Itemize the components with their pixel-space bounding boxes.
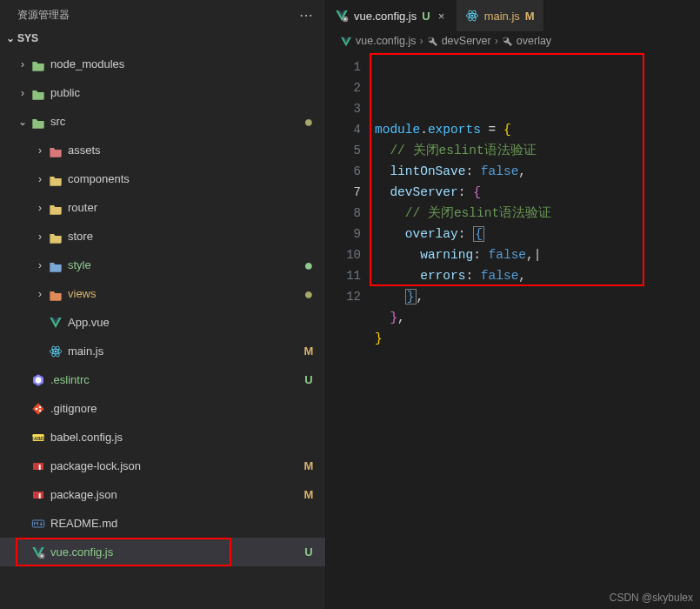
svg-rect-13 <box>33 492 43 499</box>
line-number: 10 <box>326 244 361 265</box>
tree-item--eslintrc[interactable]: ›.eslintrcU <box>0 365 325 394</box>
wrench-icon <box>502 35 513 47</box>
workspace-header[interactable]: ⌄ SYS <box>0 29 325 48</box>
wrench-icon <box>427 35 438 47</box>
svg-text:BABEL: BABEL <box>31 436 45 441</box>
chevron-right-icon: › <box>33 144 47 157</box>
chevron-right-icon: › <box>33 259 47 271</box>
svg-point-0 <box>55 351 57 353</box>
close-icon[interactable]: × <box>436 10 448 23</box>
line-number: 5 <box>326 140 361 161</box>
tab-label: main.js <box>484 10 520 23</box>
folder-module-icon <box>30 57 47 70</box>
code-line: devServer: { <box>375 182 691 203</box>
vue-icon <box>47 315 64 330</box>
workspace-name: SYS <box>17 32 38 44</box>
tree-item-store[interactable]: ›store <box>0 222 325 251</box>
line-number: 8 <box>326 203 361 224</box>
tree-item-label: App.vue <box>64 316 317 329</box>
git-status-badge: M <box>525 10 535 23</box>
chevron-right-icon: › <box>16 87 30 99</box>
tree-item-label: src <box>47 115 301 128</box>
breadcrumb[interactable]: vue.config.js › devServer › overlay <box>326 31 700 51</box>
tree-item-label: style <box>64 258 301 271</box>
tree-item-label: .eslintrc <box>47 373 301 386</box>
tree-item-label: .gitignore <box>47 402 317 415</box>
code-line: } <box>375 328 691 349</box>
svg-point-19 <box>344 18 347 21</box>
folder-icon <box>47 171 64 185</box>
tab-vue-config-js[interactable]: vue.config.jsU× <box>326 0 457 31</box>
code-line: // 关闭eslint语法验证 <box>375 203 691 224</box>
git-status-badge: M <box>301 345 317 358</box>
tree-item-main-js[interactable]: ›main.jsM <box>0 337 325 365</box>
tree-item-package-json[interactable]: ›package.jsonM <box>0 480 325 509</box>
tree-item-label: views <box>64 287 301 300</box>
git-status-badge: U <box>301 373 317 386</box>
code-line: module.exports = { <box>375 119 691 140</box>
git-status-badge: M <box>301 459 317 472</box>
folder-style-icon <box>47 258 64 271</box>
tree-item-assets[interactable]: ›assets <box>0 136 325 164</box>
code-line: }, <box>375 286 691 307</box>
tree-item-label: main.js <box>64 345 301 358</box>
tree-item-label: router <box>64 201 317 214</box>
tree-item-components[interactable]: ›components <box>0 164 325 193</box>
tree-item-label: README.md <box>47 517 317 530</box>
tree-item-router[interactable]: ›router <box>0 193 325 222</box>
npm-icon <box>30 487 47 502</box>
breadcrumb-part: devServer <box>442 35 491 47</box>
chevron-right-icon: › <box>33 288 47 300</box>
line-number: 9 <box>326 224 361 244</box>
tree-item-package-lock-json[interactable]: ›package-lock.jsonM <box>0 452 325 480</box>
chevron-right-icon: › <box>495 35 498 47</box>
tree-item-babel-config-js[interactable]: ›BABELbabel.config.js <box>0 423 325 452</box>
svg-rect-12 <box>39 465 41 470</box>
chevron-down-icon: ⌄ <box>16 116 30 128</box>
line-number: 1 <box>326 57 361 77</box>
tree-item-vue-config-js[interactable]: ›vue.config.jsU <box>0 538 325 566</box>
vueconf-icon <box>335 9 349 23</box>
svg-rect-11 <box>33 463 43 470</box>
svg-point-7 <box>39 406 42 409</box>
tree-item-public[interactable]: ›public <box>0 78 325 107</box>
folder-views-icon <box>47 286 64 300</box>
tree-item-label: vue.config.js <box>47 545 301 559</box>
code-line: // 关闭eslint语法验证 <box>375 140 691 161</box>
tree-item-label: assets <box>64 144 317 157</box>
chevron-right-icon: › <box>33 202 47 214</box>
tree-item-node-modules[interactable]: ›node_modules <box>0 50 325 78</box>
folder-icon <box>30 114 47 128</box>
tree-item-views[interactable]: ›views● <box>0 279 325 308</box>
code-content[interactable]: module.exports = { // 关闭eslint语法验证 lintO… <box>370 51 700 609</box>
line-number: 2 <box>326 77 361 98</box>
folder-public-icon <box>30 85 47 99</box>
svg-point-17 <box>41 555 43 558</box>
tree-item--gitignore[interactable]: ›.gitignore <box>0 394 325 423</box>
tab-main-js[interactable]: main.jsM <box>457 0 543 31</box>
tree-item-style[interactable]: ›style● <box>0 251 325 279</box>
code-line: errors: false, <box>375 265 691 286</box>
more-icon[interactable]: ⋯ <box>299 7 313 23</box>
breadcrumb-file: vue.config.js <box>356 35 416 47</box>
line-number: 4 <box>326 119 361 140</box>
tree-item-label: public <box>47 86 317 99</box>
tree-item-app-vue[interactable]: ›App.vue <box>0 308 325 337</box>
editor[interactable]: 123456789101112 module.exports = { // 关闭… <box>326 51 700 609</box>
code-line: overlay: { <box>375 224 691 244</box>
svg-rect-14 <box>39 493 41 499</box>
vueconf-icon <box>30 545 47 559</box>
explorer-sidebar: 资源管理器 ⋯ ⌄ SYS ›node_modules›public⌄src●›… <box>0 0 326 609</box>
folder-icon <box>47 229 64 243</box>
tree-item-src[interactable]: ⌄src● <box>0 107 325 136</box>
line-number: 12 <box>326 286 361 307</box>
line-number: 6 <box>326 161 361 182</box>
babel-icon: BABEL <box>30 430 47 445</box>
git-status-badge: U <box>301 545 317 559</box>
tree-item-readme-md[interactable]: ›README.md <box>0 509 325 538</box>
tab-bar: vue.config.jsU×main.jsM <box>326 0 700 31</box>
svg-point-6 <box>36 408 38 411</box>
vue-icon <box>340 35 352 48</box>
chevron-right-icon: › <box>419 35 423 47</box>
svg-point-8 <box>39 410 42 412</box>
